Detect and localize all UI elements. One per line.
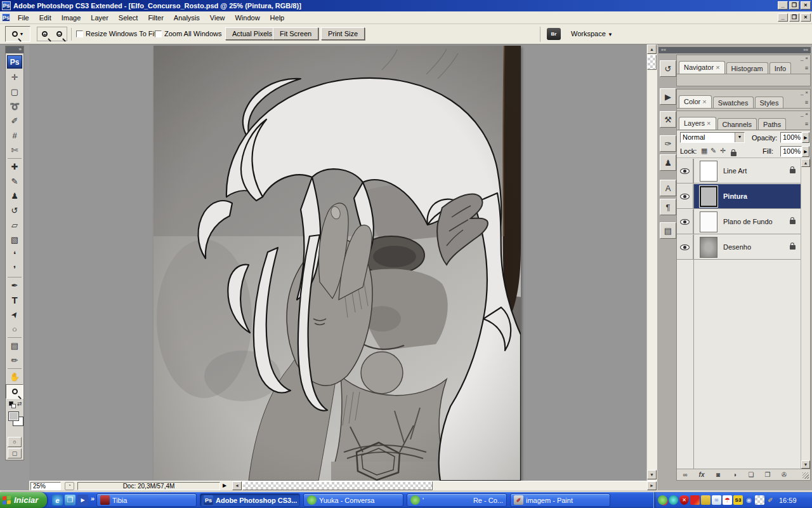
checkbox-icon[interactable] (76, 30, 83, 37)
menu-file[interactable]: File (13, 13, 34, 23)
scroll-down-button[interactable]: ▼ (647, 470, 657, 479)
visibility-toggle[interactable] (677, 210, 693, 234)
tray-tablet-icon[interactable]: ✐ (766, 495, 775, 505)
zoom-in-icon[interactable]: + (42, 31, 48, 37)
notes-tool[interactable]: ▤ (6, 338, 23, 353)
vertical-scrollbar[interactable]: ▲ ▼ (646, 44, 657, 481)
toolbox-expand-icon[interactable]: » (6, 46, 23, 53)
actions-panel-icon[interactable]: ▶ (660, 88, 676, 105)
history-brush-tool[interactable]: ↺ (6, 203, 23, 218)
tray-messenger-icon[interactable] (658, 495, 667, 505)
new-group-button[interactable]: ❏ (745, 471, 757, 479)
panel-menu-icon[interactable]: ≡ (805, 121, 808, 127)
new-layer-button[interactable]: ❐ (762, 471, 773, 479)
dock-header[interactable]: «« »» (658, 47, 811, 53)
tab-paths[interactable]: Paths (758, 118, 786, 130)
taskbar-button-re-conversa[interactable]: ' Re - Co... (407, 493, 507, 507)
zoom-all-windows-checkbox[interactable]: Zoom All Windows (155, 30, 221, 37)
lock-pixels-icon[interactable]: ✎ (710, 147, 716, 155)
eraser-tool[interactable]: ▱ (6, 218, 23, 232)
layer-thumbnail[interactable] (700, 237, 717, 258)
fill-value[interactable]: 100% (780, 146, 802, 157)
workspace-dropdown[interactable]: Workspace ▼ (571, 30, 613, 37)
scroll-up-button[interactable]: ▲ (647, 44, 657, 54)
media-player-icon[interactable]: ▶ (77, 495, 88, 505)
layer-row-line-art[interactable]: Line Art (677, 159, 801, 184)
quick-launch-chevron-icon[interactable]: » (91, 495, 95, 502)
quick-selection-tool[interactable]: ✐ (6, 114, 23, 128)
tab-navigator[interactable]: Navigator × (679, 61, 725, 74)
panel-menu-icon[interactable]: ≡ (805, 99, 808, 105)
resize-grip[interactable] (802, 472, 809, 479)
scroll-up-button[interactable]: ▲ (801, 159, 810, 167)
tray-daemon-icon[interactable] (669, 495, 678, 505)
pen-tool[interactable]: ✒ (6, 278, 23, 293)
lock-all-icon[interactable] (731, 152, 737, 156)
horizontal-scroll-thumb[interactable] (242, 481, 433, 490)
panel-close-icon[interactable]: × (805, 112, 808, 117)
layer-thumbnail[interactable] (700, 211, 717, 232)
tray-notes-icon[interactable] (701, 495, 710, 505)
gradient-tool[interactable]: ▧ (6, 232, 23, 247)
menu-select[interactable]: Select (114, 13, 143, 23)
canvas-artwork[interactable] (154, 46, 521, 481)
panel-menu-icon[interactable]: ≡ (805, 65, 808, 71)
panel-minimize-icon[interactable]: _ (801, 112, 803, 117)
collapse-icon[interactable]: «« (661, 47, 666, 53)
menu-filter[interactable]: Filter (143, 13, 168, 23)
tab-close-icon[interactable]: × (707, 119, 710, 127)
taskbar-button-paint[interactable]: ✐ imagem - Paint (510, 493, 610, 507)
resize-windows-checkbox[interactable]: Resize Windows To Fit (76, 30, 156, 37)
quick-mask-button[interactable]: ○ (8, 437, 22, 447)
menu-image[interactable]: Image (56, 13, 86, 23)
link-layers-button[interactable]: ∞ (679, 471, 691, 479)
tray-pattern-icon[interactable] (755, 495, 764, 505)
panel-close-icon[interactable]: × (805, 90, 808, 95)
add-mask-button[interactable]: ◙ (712, 471, 724, 479)
tray-antivirus-icon[interactable] (690, 495, 700, 505)
character-panel-icon[interactable]: A (660, 180, 676, 196)
restore-button[interactable]: ❐ (789, 1, 799, 10)
actual-pixels-button[interactable]: Actual Pixels (225, 27, 279, 40)
tab-histogram[interactable]: Histogram (726, 62, 768, 74)
show-desktop-icon[interactable]: ❒ (65, 495, 75, 505)
tab-swatches[interactable]: Swatches (713, 97, 754, 108)
tray-mail-icon[interactable]: ✉ (712, 495, 721, 505)
fit-screen-button[interactable]: Fit Screen (273, 27, 318, 40)
tray-avira-icon[interactable]: ☂ (723, 495, 732, 505)
tab-info[interactable]: Info (769, 62, 791, 74)
tool-preset-picker[interactable]: ▼ (5, 26, 30, 42)
menu-analysis[interactable]: Analysis (169, 13, 205, 23)
tab-close-icon[interactable]: × (716, 64, 719, 71)
zoom-out-icon[interactable]: − (56, 31, 62, 37)
scroll-left-button[interactable]: ◄ (232, 481, 242, 490)
scroll-right-button[interactable]: ► (647, 481, 657, 490)
doc-close-button[interactable]: × (801, 13, 811, 22)
scroll-down-button[interactable]: ▼ (801, 460, 810, 469)
layer-row-plano-de-fundo[interactable]: Plano de Fundo (677, 210, 801, 234)
fill-slider-arrow[interactable]: ▶ (802, 146, 809, 157)
layer-row-desenho[interactable]: Desenho (677, 235, 801, 260)
layer-thumbnail[interactable] (700, 161, 717, 182)
history-panel-icon[interactable]: ↺ (660, 60, 676, 77)
taskbar-button-tibia[interactable]: Tibia (96, 493, 197, 507)
tab-styles[interactable]: Styles (755, 97, 784, 108)
lock-transparency-icon[interactable]: ▦ (701, 147, 707, 155)
tab-channels[interactable]: Channels (717, 118, 757, 130)
taskbar-button-photoshop[interactable]: Ps Adobe Photoshop CS3... (200, 493, 300, 507)
visibility-toggle[interactable] (677, 235, 693, 259)
start-button[interactable]: Iniciar (0, 492, 47, 508)
adjustment-layer-button[interactable]: ◑ (729, 471, 740, 479)
tray-security-alert-icon[interactable]: ✕ (679, 495, 689, 505)
panel-minimize-icon[interactable]: _ (801, 90, 803, 95)
hand-tool[interactable]: ✋ (6, 370, 23, 384)
lock-position-icon[interactable]: ✛ (720, 147, 726, 155)
healing-brush-tool[interactable]: ✚ (6, 159, 23, 174)
menu-layer[interactable]: Layer (86, 13, 114, 23)
dropdown-arrow-icon[interactable]: ▼ (735, 133, 744, 142)
tray-s3-graphics-icon[interactable]: S3 (733, 495, 743, 505)
eyedropper-tool[interactable]: ✏ (6, 353, 23, 368)
zoom-tool[interactable] (6, 384, 23, 399)
screen-mode-button[interactable]: ▢ (8, 448, 22, 458)
paragraph-panel-icon[interactable]: ¶ (660, 199, 676, 215)
